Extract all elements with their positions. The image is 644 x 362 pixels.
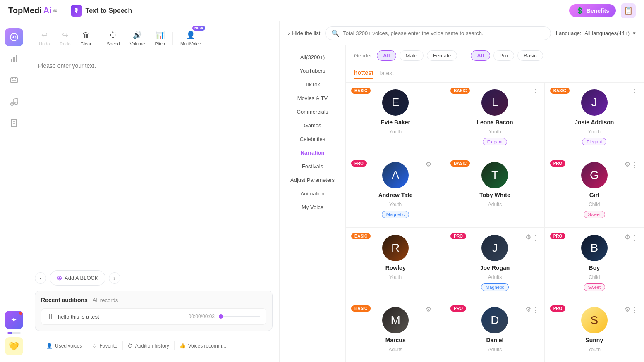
voice-age: Child <box>589 274 600 280</box>
category-item[interactable]: TikTok <box>280 78 345 91</box>
speed-button[interactable]: ⏱ Speed <box>103 29 124 49</box>
voices-recommend-tab[interactable]: 👍 Voices recomm... <box>175 341 231 350</box>
language-selector[interactable]: Language: All languages(44+) ▾ <box>556 30 636 36</box>
tab-latest[interactable]: latest <box>380 69 394 79</box>
search-input[interactable] <box>343 30 545 36</box>
audio-progress-dot[interactable] <box>219 314 223 319</box>
main-content: ↩ Undo ↪ Redo 🗑 Clear ⏱ Speed 🔊 Volume 📊 <box>28 21 644 362</box>
favorite-tab[interactable]: ♡ Favorite <box>87 341 122 350</box>
voice-avatar: S <box>581 307 608 333</box>
search-bar: 🔍 <box>325 26 551 40</box>
menu-icon[interactable]: ⋮ <box>631 233 639 242</box>
tier-pro-button[interactable]: Pro <box>493 50 514 61</box>
category-item[interactable]: Celebrities <box>280 132 345 146</box>
voice-tier-badge: PRO <box>351 160 367 167</box>
settings-icon[interactable]: ⚙ <box>426 305 431 313</box>
voice-avatar: D <box>481 307 508 333</box>
settings-icon[interactable]: ⚙ <box>426 160 431 168</box>
voice-card[interactable]: BASIC R Rowley Youth <box>346 228 445 300</box>
menu-icon[interactable]: ⋮ <box>631 160 639 169</box>
nav-arrow-left[interactable]: ‹ <box>35 272 46 284</box>
category-item[interactable]: YouTubers <box>280 64 345 78</box>
sidebar-item-history[interactable] <box>5 71 23 89</box>
svg-rect-1 <box>11 59 12 62</box>
category-item[interactable]: Animation <box>280 187 345 200</box>
pitch-button[interactable]: 📊 Pitch <box>151 28 169 49</box>
category-item[interactable]: My Voice <box>280 200 345 214</box>
text-input[interactable] <box>35 59 273 265</box>
sidebar-item-music[interactable] <box>5 93 23 111</box>
voice-card[interactable]: PRO ⚙ ⋮ D Daniel Adults <box>445 300 544 362</box>
tier-basic-button[interactable]: Basic <box>517 50 543 61</box>
menu-icon[interactable]: ⋮ <box>532 88 539 97</box>
settings-icon[interactable]: ⚙ <box>625 233 630 241</box>
category-item[interactable]: Games <box>280 119 345 132</box>
voice-panel-header: › Hide the list 🔍 Language: All language… <box>280 21 644 45</box>
settings-icon[interactable]: ⚙ <box>625 305 630 313</box>
category-item[interactable]: All(3200+) <box>280 50 345 64</box>
voice-card[interactable]: PRO ⚙ ⋮ J Joe Rogan Adults Magnetic <box>445 228 544 300</box>
category-item[interactable]: Narration <box>280 146 345 160</box>
sidebar-new-feature[interactable]: ✦ <box>5 311 23 329</box>
gender-male-button[interactable]: Male <box>400 50 424 61</box>
audition-history-tab[interactable]: ⏱ Audition history <box>123 341 175 350</box>
undo-button[interactable]: ↩ Undo <box>35 28 54 49</box>
gender-female-button[interactable]: Female <box>427 50 457 61</box>
settings-icon[interactable]: ⚙ <box>525 305 531 313</box>
left-sidebar: ✦ 💛 <box>0 21 28 362</box>
menu-icon[interactable]: ⋮ <box>532 233 539 242</box>
tier-all-button[interactable]: All <box>471 50 490 61</box>
redo-icon: ↪ <box>62 31 68 40</box>
voice-card[interactable]: BASIC E Evie Baker Youth <box>346 82 445 155</box>
category-item[interactable]: Movies & TV <box>280 91 345 105</box>
category-list: All(3200+)YouTubersTikTokMovies & TVComm… <box>280 45 346 362</box>
add-block-button[interactable]: ⊕ Add A BLOCK <box>50 270 105 286</box>
menu-icon[interactable]: ⋮ <box>432 305 440 314</box>
settings-icon[interactable]: ⚙ <box>625 160 630 168</box>
benefits-button[interactable]: 💲 Benefits <box>569 4 616 17</box>
category-item[interactable]: Commercials <box>280 105 345 119</box>
sidebar-item-notes[interactable] <box>5 114 23 132</box>
settings-icon[interactable]: ⚙ <box>525 233 531 241</box>
redo-button[interactable]: ↪ Redo <box>55 28 74 49</box>
hide-list-button[interactable]: › Hide the list <box>288 30 320 36</box>
used-voices-tab[interactable]: 👤 Used voices <box>41 341 87 350</box>
sidebar-item-tts[interactable] <box>5 28 23 46</box>
voice-tag: Magnetic <box>481 283 509 291</box>
gender-all-button[interactable]: All <box>377 50 396 61</box>
svg-point-9 <box>15 102 17 105</box>
nav-arrow-right[interactable]: › <box>109 272 120 284</box>
voice-age: Youth <box>389 202 402 207</box>
voice-card[interactable]: PRO ⚙ ⋮ S Sunny Youth <box>545 300 644 362</box>
sidebar-coin[interactable]: 💛 <box>5 337 23 355</box>
voice-card[interactable]: BASIC ⚙ ⋮ M Marcus Adults <box>346 300 445 362</box>
tab-hottest[interactable]: hottest <box>354 69 373 79</box>
voice-card[interactable]: BASIC ⋮ L Leona Bacon Youth Elegant <box>445 82 544 155</box>
volume-button[interactable]: 🔊 Volume <box>126 28 149 49</box>
product-icon: 🎙 <box>71 5 82 17</box>
voice-card[interactable]: BASIC T Toby White Adults <box>445 155 544 228</box>
voice-card[interactable]: BASIC ⋮ J Josie Addison Youth Elegant <box>545 82 644 155</box>
voice-tag: Sweet <box>584 283 606 291</box>
voice-name: Rowley <box>385 264 406 271</box>
voice-age: Child <box>589 202 600 207</box>
menu-icon[interactable]: ⋮ <box>432 160 440 169</box>
menu-icon[interactable]: ⋮ <box>631 305 639 314</box>
voice-tier-badge: PRO <box>550 233 566 239</box>
voice-card[interactable]: PRO ⚙ ⋮ G Girl Child Sweet <box>545 155 644 228</box>
user-avatar[interactable]: 📋 <box>621 3 636 18</box>
voice-avatar: B <box>581 235 608 261</box>
voice-tier-badge: BASIC <box>450 160 470 167</box>
voice-card[interactable]: PRO ⚙ ⋮ B Boy Child Sweet <box>545 228 644 300</box>
all-records-button[interactable]: All records <box>93 297 118 303</box>
menu-icon[interactable]: ⋮ <box>532 305 539 314</box>
category-item[interactable]: Festivals <box>280 160 345 173</box>
voice-age: Youth <box>488 129 501 135</box>
voice-card[interactable]: PRO ⚙ ⋮ A Andrew Tate Youth Magnetic <box>346 155 445 228</box>
menu-icon[interactable]: ⋮ <box>631 88 639 97</box>
category-item[interactable]: Adjust Parameters <box>280 173 345 187</box>
sidebar-item-analytics[interactable] <box>5 50 23 68</box>
multivoise-button[interactable]: NEW 👤 MultiVoice <box>176 28 205 49</box>
clear-button[interactable]: 🗑 Clear <box>77 29 96 49</box>
play-pause-button[interactable]: ⏸ <box>47 313 54 320</box>
